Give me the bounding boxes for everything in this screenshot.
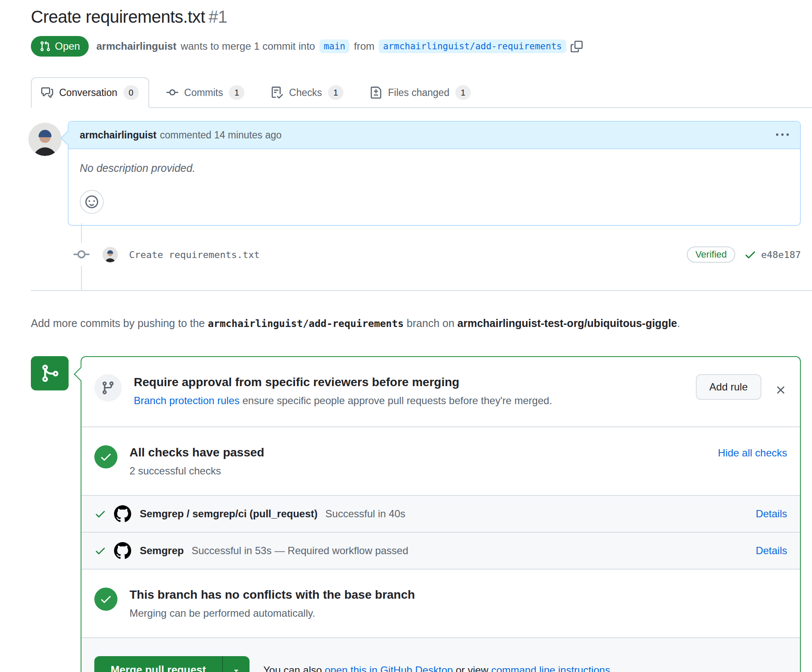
kebab-horizontal-icon <box>776 129 789 141</box>
merge-button-group: Merge pull request <box>94 656 250 672</box>
tab-label: Files changed <box>388 87 449 99</box>
merge-actions: Merge pull request You can also open thi… <box>81 637 800 672</box>
also-prefix: You can also <box>263 664 325 672</box>
rule-description-rest: ensure specific people approve pull requ… <box>240 395 552 406</box>
dismiss-banner-button[interactable] <box>774 384 787 396</box>
or-view-text: or view <box>453 664 491 672</box>
tab-counter: 1 <box>455 85 471 100</box>
pr-tab-nav: Conversation 0 Commits 1 Checks 1 Files … <box>31 77 812 108</box>
success-check-icon <box>94 445 117 468</box>
push-note-suffix: . <box>677 317 680 329</box>
tab-commits[interactable]: Commits 1 <box>157 78 254 107</box>
details-link[interactable]: Details <box>756 545 787 557</box>
rule-description: Branch protection rules ensure specific … <box>134 395 683 407</box>
check-name: Semgrep <box>140 545 184 557</box>
comment-discussion-icon <box>41 87 53 99</box>
conflicts-section: This branch has no conflicts with the ba… <box>81 569 800 637</box>
command-line-instructions-link[interactable]: command line instructions <box>491 664 610 672</box>
pr-status-row: Open armchairlinguist wants to merge 1 c… <box>31 36 801 57</box>
pr-description-comment: armchairlinguist commented 14 minutes ag… <box>31 121 801 226</box>
github-actions-avatar <box>114 542 131 559</box>
github-mark-icon <box>114 505 131 522</box>
tab-counter: 1 <box>328 85 343 100</box>
tab-files-changed[interactable]: Files changed 1 <box>361 78 480 107</box>
pr-state-badge: Open <box>31 36 89 57</box>
from-text: from <box>354 40 374 52</box>
pr-author[interactable]: armchairlinguist <box>96 40 177 52</box>
commit-row: Create requirements.txt Verified e48e187 <box>31 243 801 266</box>
tab-conversation[interactable]: Conversation 0 <box>31 77 149 108</box>
push-note-repo: armchairlinguist-test-org/ubiquitous-gig… <box>457 317 677 329</box>
git-branch-icon <box>94 374 122 402</box>
details-link[interactable]: Details <box>756 508 787 520</box>
conflicts-title: This branch has no conflicts with the ba… <box>129 588 415 602</box>
add-rule-button[interactable]: Add rule <box>696 374 761 400</box>
merge-pull-request-button[interactable]: Merge pull request <box>94 656 222 672</box>
push-note: Add more commits by pushing to the armch… <box>31 315 801 332</box>
git-commit-icon <box>166 87 178 99</box>
merge-section: Require approval from specific reviewers… <box>31 356 801 672</box>
hide-all-checks-link[interactable]: Hide all checks <box>718 445 787 459</box>
avatar[interactable] <box>28 123 62 156</box>
head-branch-label[interactable]: armchairlinguist/add-requirements <box>379 39 566 53</box>
github-desktop-link[interactable]: open this in GitHub Desktop <box>325 664 453 672</box>
checklist-icon <box>271 87 283 99</box>
rule-title: Require approval from specific reviewers… <box>134 375 683 390</box>
pr-page: Create requirements.txt#1 Open armchairl… <box>0 0 812 672</box>
branch-protection-banner: Require approval from specific reviewers… <box>81 357 800 426</box>
pr-action-text: wants to merge 1 commit into <box>180 40 315 52</box>
check-name: Semgrep / semgrep/ci (pull_request) <box>140 508 318 520</box>
commit-sha-link[interactable]: e48e187 <box>761 249 801 260</box>
commit-author-avatar[interactable] <box>102 247 118 262</box>
pr-title-text: Create requirements.txt <box>31 7 205 26</box>
copy-branch-button[interactable] <box>571 40 583 52</box>
merge-options-dropdown[interactable] <box>222 656 250 672</box>
comment-author[interactable]: armchairlinguist <box>80 129 156 141</box>
comment-body: No description provided. <box>69 149 800 225</box>
github-mark-icon <box>114 542 131 559</box>
triangle-down-icon <box>232 666 241 672</box>
push-note-prefix: Add more commits by pushing to the <box>31 317 208 329</box>
branch-protection-rules-link[interactable]: Branch protection rules <box>134 395 240 406</box>
rule-text: Require approval from specific reviewers… <box>134 374 683 407</box>
check-row: Semgrep / semgrep/ci (pull_request) Succ… <box>81 495 800 532</box>
close-icon <box>774 384 787 396</box>
pr-state-label: Open <box>55 40 80 52</box>
checks-summary-text: All checks have passed 2 successful chec… <box>129 445 264 477</box>
check-icon <box>94 545 106 557</box>
conflicts-subtitle: Merging can be performed automatically. <box>129 607 415 619</box>
comment-text: No description provided. <box>80 162 789 174</box>
page-title: Create requirements.txt#1 <box>31 6 801 27</box>
check-icon <box>94 508 106 520</box>
comment-box: armchairlinguist commented 14 minutes ag… <box>68 121 801 226</box>
add-reaction-button[interactable] <box>80 190 104 214</box>
tab-checks[interactable]: Checks 1 <box>262 78 353 107</box>
git-commit-icon <box>73 243 90 266</box>
check-status: Successful in 40s <box>325 508 406 520</box>
push-note-branch: armchairlinguist/add-requirements <box>208 318 404 329</box>
tab-counter: 0 <box>123 85 139 100</box>
check-status: Successful in 53s — Required workflow pa… <box>192 545 409 557</box>
merge-alternatives-text: You can also open this in GitHub Desktop… <box>263 664 613 672</box>
file-diff-icon <box>370 87 382 99</box>
checks-summary-subtitle: 2 successful checks <box>129 465 264 477</box>
period-text: . <box>610 664 613 672</box>
merge-box: Require approval from specific reviewers… <box>81 356 801 672</box>
verified-badge[interactable]: Verified <box>687 246 735 263</box>
push-note-middle: branch on <box>404 317 457 329</box>
github-actions-avatar <box>114 505 131 522</box>
comment-options-button[interactable] <box>776 129 789 141</box>
timeline-end-divider <box>31 290 812 291</box>
comment-header: armchairlinguist commented 14 minutes ag… <box>69 122 800 149</box>
commit-message-link[interactable]: Create requirements.txt <box>129 249 260 260</box>
commit-meta: Verified e48e187 <box>687 246 801 263</box>
tab-label: Commits <box>184 87 223 99</box>
user-avatar-image <box>102 247 118 262</box>
tab-counter: 1 <box>229 85 244 100</box>
base-branch-label[interactable]: main <box>319 39 350 53</box>
tab-label: Checks <box>289 87 322 99</box>
comment-meta: commented 14 minutes ago <box>160 129 282 141</box>
tab-label: Conversation <box>59 87 117 99</box>
checks-summary-title: All checks have passed <box>129 445 264 460</box>
success-check-icon <box>94 588 117 611</box>
